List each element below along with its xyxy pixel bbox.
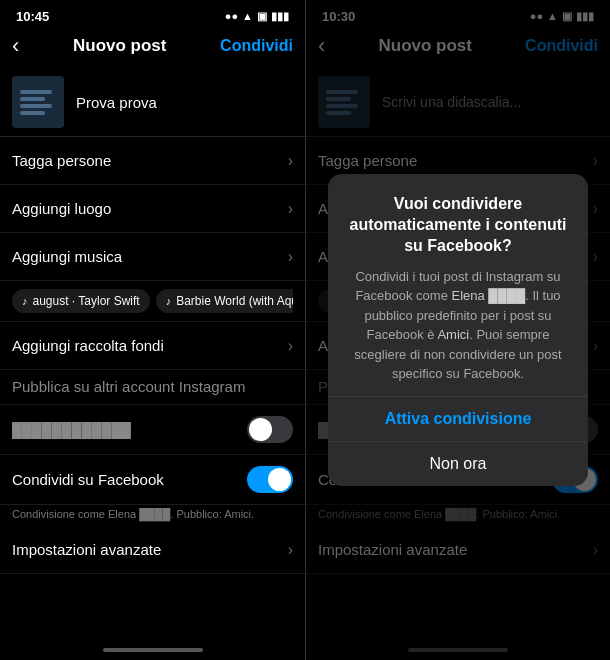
dialog-title: Vuoi condividere automaticamente i conte…	[344, 194, 572, 256]
music-note-icon: ♪	[166, 295, 172, 307]
dialog-overlay: Vuoi condividere automaticamente i conte…	[306, 0, 610, 660]
home-indicator-left	[0, 640, 305, 660]
chevron-icon: ›	[288, 248, 293, 266]
music-section-left: ♪ august · Taylor Swift ♪ Barbie World (…	[0, 281, 305, 322]
share-dialog: Vuoi condividere automaticamente i conte…	[328, 174, 588, 485]
account-toggle-left[interactable]: ████████████	[0, 405, 305, 455]
post-preview-left: Prova prova	[0, 68, 305, 136]
chevron-icon: ›	[288, 152, 293, 170]
condivisione-note-left: Condivisione come Elena ████. Pubblico: …	[0, 505, 305, 526]
dialog-body: Vuoi condividere automaticamente i conte…	[328, 174, 588, 395]
music-note-icon: ♪	[22, 295, 28, 307]
chevron-icon: ›	[288, 337, 293, 355]
post-thumbnail-left	[12, 76, 64, 128]
toggle-account-left[interactable]	[247, 416, 293, 443]
music-pill-1[interactable]: ♪ august · Taylor Swift	[12, 289, 150, 313]
aggiungi-luogo-left[interactable]: Aggiungi luogo ›	[0, 185, 305, 233]
attiva-condivisione-button[interactable]: Attiva condivisione	[328, 397, 588, 442]
tagga-persone-left[interactable]: Tagga persone ›	[0, 137, 305, 185]
condividi-facebook-left[interactable]: Condividi su Facebook	[0, 455, 305, 505]
aggiungi-musica-left[interactable]: Aggiungi musica ›	[0, 233, 305, 281]
screen-left: 10:45 ●● ▲ ▣ ▮▮▮ ‹ Nuovo post Condividi …	[0, 0, 305, 660]
time-left: 10:45	[16, 9, 49, 24]
chevron-icon: ›	[288, 541, 293, 559]
post-title-left: Prova prova	[76, 94, 157, 111]
nav-bar-left: ‹ Nuovo post Condividi	[0, 28, 305, 68]
screen-right: 10:30 ●● ▲ ▣ ▮▮▮ ‹ Nuovo post Condividi …	[305, 0, 610, 660]
nav-title-left: Nuovo post	[73, 36, 167, 56]
condividi-button-left[interactable]: Condividi	[220, 37, 293, 55]
raccolta-fondi-left[interactable]: Aggiungi raccolta fondi ›	[0, 322, 305, 370]
music-pill-2[interactable]: ♪ Barbie World (with Aqua...	[156, 289, 293, 313]
impostazioni-avanzate-left[interactable]: Impostazioni avanzate ›	[0, 526, 305, 574]
back-button-left[interactable]: ‹	[12, 33, 19, 59]
status-icons-left: ●● ▲ ▣ ▮▮▮	[225, 10, 289, 23]
pubblica-label-left: Pubblica su altri account Instagram	[0, 370, 305, 405]
dialog-message: Condividi i tuoi post di Instagram su Fa…	[344, 267, 572, 384]
chevron-icon: ›	[288, 200, 293, 218]
toggle-facebook-left[interactable]	[247, 466, 293, 493]
dialog-buttons: Attiva condivisione Non ora	[328, 396, 588, 486]
status-bar-left: 10:45 ●● ▲ ▣ ▮▮▮	[0, 0, 305, 28]
non-ora-button[interactable]: Non ora	[328, 442, 588, 486]
